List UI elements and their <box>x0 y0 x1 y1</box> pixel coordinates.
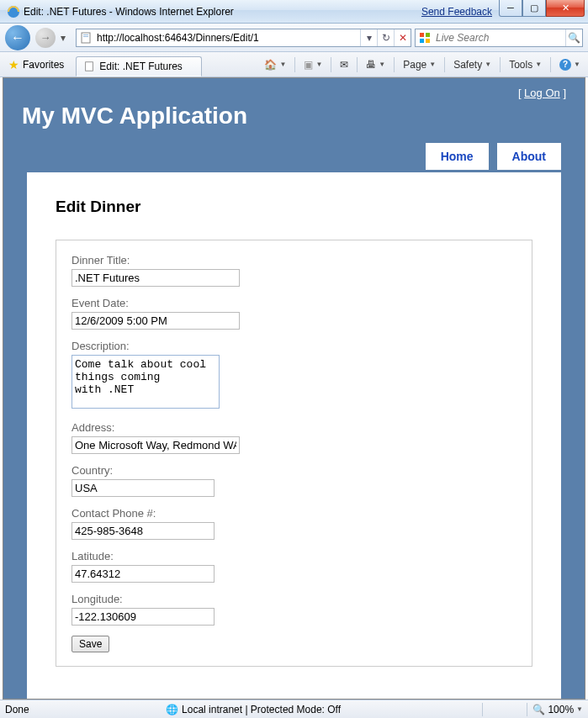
rss-icon: ▣ <box>304 59 313 71</box>
window-close-button[interactable]: ✕ <box>546 0 585 17</box>
input-date[interactable] <box>72 312 240 330</box>
favorites-label: Favorites <box>23 59 64 71</box>
svg-rect-6 <box>420 39 424 43</box>
content-card: Edit Dinner Dinner Title: Event Date: De… <box>27 172 561 699</box>
label-date: Event Date: <box>72 297 516 309</box>
tools-menu-button[interactable]: Tools▼ <box>505 56 546 73</box>
search-input[interactable] <box>434 31 565 45</box>
favorites-button[interactable]: ★ Favorites <box>3 56 69 73</box>
chevron-down-icon: ▼ <box>576 705 583 713</box>
page-icon <box>79 31 93 45</box>
status-zone: Local intranet | Protected Mode: Off <box>182 704 341 715</box>
label-phone: Contact Phone #: <box>72 507 516 520</box>
nav-forward-button[interactable]: → <box>35 28 56 48</box>
search-button[interactable]: 🔍 <box>565 29 582 46</box>
search-bar[interactable]: 🔍 <box>415 29 583 47</box>
window-titlebar: Edit: .NET Futures - Windows Internet Ex… <box>0 0 588 24</box>
home-icon: 🏠 <box>264 59 277 71</box>
browser-navbar: ← → ▾ ▾ ↻ ✕ 🔍 <box>0 24 588 52</box>
label-address: Address: <box>72 421 516 434</box>
mail-button[interactable]: ✉ <box>336 56 352 73</box>
print-icon: 🖶 <box>366 59 376 71</box>
label-description: Description: <box>72 340 516 352</box>
print-button[interactable]: 🖶▼ <box>362 56 389 73</box>
logon-link[interactable]: Log On <box>524 87 560 99</box>
browser-tab[interactable]: Edit: .NET Futures <box>76 56 202 77</box>
label-country: Country: <box>72 464 516 477</box>
page-menu-button[interactable]: Page▼ <box>399 56 440 73</box>
send-feedback-link[interactable]: Send Feedback <box>421 6 492 18</box>
help-button[interactable]: ?▼ <box>555 56 585 73</box>
logon-bar: [ Log On ] <box>22 87 566 99</box>
home-button[interactable]: 🏠▼ <box>260 56 290 73</box>
tab-home[interactable]: Home <box>426 143 489 170</box>
label-latitude: Latitude: <box>72 550 516 562</box>
address-input[interactable] <box>95 30 360 45</box>
stop-button[interactable]: ✕ <box>394 29 411 46</box>
svg-rect-2 <box>83 34 88 35</box>
search-provider-icon <box>418 31 432 45</box>
zoom-value: 100% <box>548 704 574 715</box>
input-address[interactable] <box>72 436 240 454</box>
zoom-icon: 🔍 <box>532 704 545 715</box>
safety-menu-button[interactable]: Safety▼ <box>449 56 495 73</box>
page-icon <box>83 61 95 72</box>
label-title: Dinner Title: <box>72 254 516 267</box>
window-title: Edit: .NET Futures - Windows Internet Ex… <box>24 6 234 18</box>
globe-icon: 🌐 <box>166 704 178 715</box>
svg-rect-8 <box>86 62 93 71</box>
svg-rect-4 <box>420 33 424 37</box>
nav-back-button[interactable]: ← <box>5 25 30 50</box>
window-minimize-button[interactable]: ─ <box>499 0 522 17</box>
input-phone[interactable] <box>72 522 215 540</box>
input-latitude[interactable] <box>72 565 215 583</box>
page-heading: Edit Dinner <box>56 198 532 216</box>
ie-logo-icon <box>7 5 20 18</box>
zoom-control[interactable]: 🔍 100% ▼ <box>532 704 583 715</box>
browser-toolbar: ★ Favorites Edit: .NET Futures 🏠▼ ▣▼ ✉ 🖶… <box>0 52 588 77</box>
edit-form: Dinner Title: Event Date: Description: A… <box>56 240 532 667</box>
svg-rect-7 <box>426 39 430 43</box>
address-dropdown[interactable]: ▾ <box>360 29 377 46</box>
help-icon: ? <box>559 59 571 71</box>
label-longitude: Longitude: <box>72 593 516 605</box>
address-bar[interactable]: ▾ ↻ ✕ <box>76 29 411 47</box>
nav-history-dropdown[interactable]: ▾ <box>61 32 71 44</box>
input-longitude[interactable] <box>72 608 215 626</box>
window-maximize-button[interactable]: ▢ <box>522 0 546 17</box>
feeds-button[interactable]: ▣▼ <box>299 56 326 73</box>
app-title: My MVC Application <box>22 103 566 129</box>
svg-rect-1 <box>82 33 90 43</box>
input-country[interactable] <box>72 479 215 497</box>
refresh-button[interactable]: ↻ <box>377 29 394 46</box>
tab-label: Edit: .NET Futures <box>99 61 182 72</box>
input-title[interactable] <box>72 269 240 287</box>
save-button[interactable]: Save <box>72 636 109 652</box>
status-bar: Done 🌐 Local intranet | Protected Mode: … <box>0 700 588 718</box>
star-icon: ★ <box>8 58 19 71</box>
status-text: Done <box>5 704 29 715</box>
svg-rect-5 <box>426 33 430 37</box>
tab-about[interactable]: About <box>497 143 561 170</box>
page-viewport: [ Log On ] My MVC Application Home About… <box>3 77 585 700</box>
mail-icon: ✉ <box>340 59 348 71</box>
svg-rect-3 <box>83 36 88 37</box>
input-description[interactable] <box>72 355 220 409</box>
